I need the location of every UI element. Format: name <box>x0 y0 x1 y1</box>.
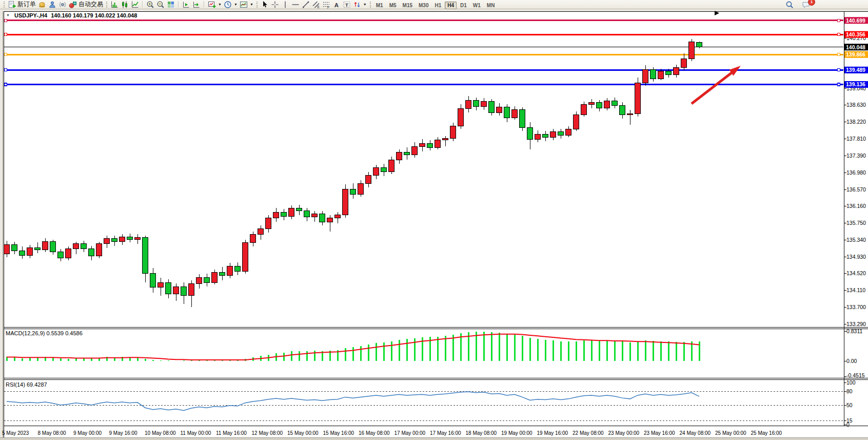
timeframe-mn-button[interactable]: MN <box>484 2 498 9</box>
svg-text:140.048: 140.048 <box>846 44 865 50</box>
timeframe-h1-button[interactable]: H1 <box>432 2 444 9</box>
templates-button[interactable]: ▼ <box>239 1 254 9</box>
svg-text:139.866: 139.866 <box>846 51 865 58</box>
svg-text:23 May 16:00: 23 May 16:00 <box>644 430 675 436</box>
search-button[interactable] <box>784 1 795 9</box>
person-icon <box>48 1 56 9</box>
timeframe-w1-button[interactable]: W1 <box>470 2 483 9</box>
new-order-button[interactable]: 新订单 <box>7 1 37 9</box>
horizontal-line-tool-button[interactable] <box>290 1 301 9</box>
zoom-out-button[interactable] <box>155 1 166 9</box>
line-chart-mode-button[interactable] <box>130 1 140 9</box>
chart-background <box>0 9 868 440</box>
arrows-icon <box>353 1 361 9</box>
text-label-icon: T <box>343 1 351 9</box>
new-chart-button[interactable]: ▼ <box>207 1 223 9</box>
vertical-line-tool-button[interactable] <box>280 1 290 9</box>
search-icon <box>785 1 794 9</box>
timeframe-m5-button[interactable]: M5 <box>387 2 399 9</box>
timeframe-h4-button[interactable]: H4 <box>445 2 457 9</box>
svg-text:12 May 08:00: 12 May 08:00 <box>252 430 283 436</box>
trendline-tool-button[interactable] <box>301 1 311 9</box>
dropdown-caret-icon[interactable]: ▼ <box>234 3 238 6</box>
tile-windows-button[interactable] <box>166 1 176 9</box>
periods-button[interactable]: ▼ <box>223 1 239 9</box>
fibonacci-tool-button[interactable]: F <box>321 1 331 9</box>
bar-chart-mode-button[interactable] <box>109 1 120 9</box>
svg-text:139.136: 139.136 <box>846 81 865 87</box>
template-icon <box>240 1 248 9</box>
new-chart-icon <box>208 1 216 9</box>
svg-text:11 May 00:00: 11 May 00:00 <box>181 430 211 436</box>
svg-text:133.290: 133.290 <box>846 321 866 327</box>
news-button[interactable] <box>57 1 68 9</box>
chart-canvas[interactable]: 140.680140.270139.860139.450139.040138.6… <box>0 9 868 440</box>
chart-ohlc-values: 140.160 140.179 140.022 140.048 <box>51 12 137 18</box>
chart-title-bar: ▼ USDJPY-,H4 140.160 140.179 140.022 140… <box>5 12 137 18</box>
svg-text:135.750: 135.750 <box>846 220 866 226</box>
svg-text:8 May 08:00: 8 May 08:00 <box>38 430 66 436</box>
svg-text:135.340: 135.340 <box>846 237 866 243</box>
line-chart-icon <box>131 1 139 9</box>
fibonacci-icon: F <box>322 1 330 9</box>
bar-chart-icon <box>110 1 119 9</box>
toolbar-separator <box>142 1 143 8</box>
svg-text:140.356: 140.356 <box>846 31 865 37</box>
text-tool-button[interactable]: A <box>331 1 342 9</box>
notifications-button[interactable]: 1 <box>801 1 812 9</box>
timeframe-d1-button[interactable]: D1 <box>458 2 469 9</box>
candlestick-mode-button[interactable] <box>120 1 130 9</box>
timeframe-m15-button[interactable]: M15 <box>400 2 415 9</box>
crosshair-tool-button[interactable] <box>270 1 280 9</box>
svg-text:22 May 08:00: 22 May 08:00 <box>573 430 604 436</box>
svg-text:17 May 16:00: 17 May 16:00 <box>430 430 461 436</box>
svg-text:15 May 16:00: 15 May 16:00 <box>323 430 354 436</box>
timeframe-m1-button[interactable]: M1 <box>373 2 386 9</box>
svg-text:T: T <box>345 2 348 7</box>
clock-icon <box>224 1 232 9</box>
one-click-trading-toggle[interactable]: ▼ <box>5 12 11 18</box>
zoom-in-button[interactable] <box>145 1 155 9</box>
toolbar-grip <box>4 2 5 8</box>
svg-text:80: 80 <box>846 388 853 394</box>
chart-shift-button[interactable] <box>191 1 202 9</box>
timeframe-m30-button[interactable]: M30 <box>416 2 431 9</box>
new-order-icon <box>8 1 16 9</box>
dropdown-caret-icon[interactable]: ▼ <box>250 3 253 6</box>
arrows-tool-button[interactable]: ▼ <box>352 1 368 9</box>
vertical-line-icon <box>281 1 289 9</box>
svg-text:25 May 00:00: 25 May 00:00 <box>715 430 746 436</box>
svg-text:10 May 08:00: 10 May 08:00 <box>145 430 176 436</box>
rsi-indicator-label: RSI(14) 69.4287 <box>6 381 47 388</box>
cursor-tool-button[interactable] <box>260 1 270 9</box>
candlestick-icon <box>121 1 129 9</box>
dropdown-caret-icon[interactable]: ▼ <box>363 3 367 6</box>
svg-text:134.520: 134.520 <box>846 270 866 276</box>
navigator-button[interactable] <box>47 1 57 9</box>
auto-trading-icon <box>69 1 77 9</box>
toolbar-grip <box>257 2 258 8</box>
svg-text:0.00: 0.00 <box>846 358 857 364</box>
auto-scroll-button[interactable] <box>181 1 191 9</box>
timeframe-group: M1M5M15M30H1H4D1W1MN <box>373 0 498 9</box>
dropdown-caret-icon[interactable]: ▼ <box>218 3 222 6</box>
market-watch-button[interactable] <box>37 1 47 9</box>
svg-text:137.390: 137.390 <box>846 152 866 159</box>
svg-text:136.570: 136.570 <box>846 186 866 193</box>
svg-text:133.700: 133.700 <box>846 304 866 310</box>
toolbar-grip <box>106 2 107 8</box>
svg-text:18 May 08:00: 18 May 08:00 <box>466 430 497 436</box>
auto-trading-button[interactable]: 自动交易 <box>68 1 104 9</box>
equidistant-channel-tool-button[interactable]: E <box>311 1 321 9</box>
notification-badge: 1 <box>808 0 815 6</box>
tile-windows-icon <box>167 1 175 9</box>
svg-text:11 May 16:00: 11 May 16:00 <box>216 430 247 436</box>
svg-text:E: E <box>317 5 320 8</box>
toolbar-grip <box>370 2 371 8</box>
svg-text:138.630: 138.630 <box>846 102 866 108</box>
svg-text:19 May 00:00: 19 May 00:00 <box>501 430 532 436</box>
horizontal-line-icon <box>291 1 300 9</box>
toolbar-right-group: 1 <box>784 1 868 9</box>
text-label-tool-button[interactable]: T <box>342 1 352 9</box>
svg-text:A: A <box>334 2 339 8</box>
